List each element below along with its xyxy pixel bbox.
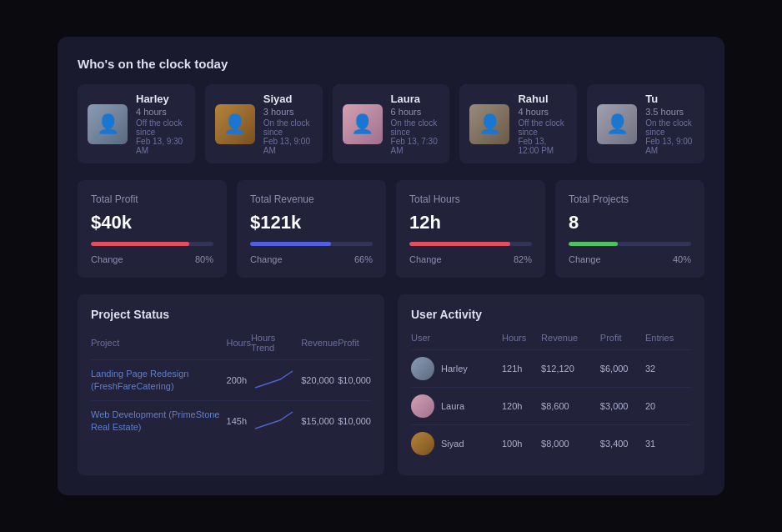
project-col-header: Profit <box>338 333 371 360</box>
table-row: Web Development (PrimeStone Real Estate)… <box>91 401 371 442</box>
ua-col-header: Profit <box>600 333 645 350</box>
clock-status: On the clock since <box>263 118 313 137</box>
stat-label: Total Projects <box>569 193 691 205</box>
clock-card: 👤 Tu 3.5 hours On the clock since Feb 13… <box>587 84 704 163</box>
avatar: 👤 <box>597 104 637 144</box>
avatar-icon: 👤 <box>343 104 383 144</box>
stat-change-row: Change 40% <box>569 254 691 264</box>
project-name-cell: Web Development (PrimeStone Real Estate) <box>91 401 227 442</box>
clock-name: Tu <box>645 93 694 105</box>
user-cell: Laura <box>411 394 502 418</box>
user-cell: Siyad <box>411 432 502 455</box>
stats-row: Total Profit $40k Change 80% Total Reven… <box>78 180 704 278</box>
stat-value: 8 <box>569 212 691 233</box>
stat-change-row: Change 80% <box>91 254 213 264</box>
clock-info: Harley 4 hours Off the clock since Feb 1… <box>136 93 185 155</box>
stat-change-pct: 80% <box>195 254 213 264</box>
user-activity-panel: User Activity UserHoursRevenueProfitEntr… <box>398 294 704 475</box>
project-trend-cell <box>251 401 301 442</box>
avatar: 👤 <box>88 104 128 144</box>
table-row: Laura 120h$8,600$3,00020 <box>411 388 691 425</box>
avatar-icon: 👤 <box>469 104 509 144</box>
avatar <box>411 432 434 455</box>
clock-section-title: Who's on the clock today <box>78 57 704 71</box>
clock-card: 👤 Laura 6 hours On the clock since Feb 1… <box>333 84 450 163</box>
stat-card: Total Projects 8 Change 40% <box>555 180 704 278</box>
stat-bar-fill <box>409 242 510 246</box>
avatar: 👤 <box>343 104 383 144</box>
bottom-row: Project Status ProjectHoursHours TrendRe… <box>78 294 704 475</box>
avatar-icon: 👤 <box>597 104 637 144</box>
stat-label: Total Profit <box>91 193 213 205</box>
stat-change-label: Change <box>91 254 123 264</box>
project-name[interactable]: Web Development (PrimeStone Real Estate) <box>91 409 219 432</box>
clock-hours: 4 hours <box>518 107 567 117</box>
clock-hours: 3.5 hours <box>645 107 694 117</box>
project-profit-cell: $10,000 <box>338 360 371 401</box>
ua-col-header: User <box>411 333 502 350</box>
project-col-header: Hours <box>227 333 251 360</box>
clock-date: Feb 13, 9:00 AM <box>263 137 313 155</box>
ua-hours-cell: 121h <box>502 350 541 388</box>
clock-status: On the clock since <box>391 118 440 137</box>
table-row: Landing Page Redesign (FreshFareCatering… <box>91 360 371 401</box>
clock-name: Rahul <box>518 93 567 105</box>
ua-user-name: Harley <box>441 364 468 374</box>
stat-bar-bg <box>409 242 532 246</box>
avatar-icon: 👤 <box>88 104 128 144</box>
stat-bar-bg <box>569 242 691 246</box>
stat-value: 12h <box>409 212 532 233</box>
stat-change-row: Change 82% <box>409 254 532 264</box>
project-status-panel: Project Status ProjectHoursHours TrendRe… <box>78 294 384 475</box>
project-col-header: Hours Trend <box>251 333 301 360</box>
clock-name: Harley <box>136 93 185 105</box>
project-hours-cell: 200h <box>227 360 251 401</box>
ua-entries-cell: 31 <box>645 425 691 463</box>
project-profit-cell: $10,000 <box>338 401 371 442</box>
stat-change-label: Change <box>250 254 283 264</box>
clock-name: Laura <box>391 93 440 105</box>
project-col-header: Revenue <box>301 333 338 360</box>
stat-value: $40k <box>91 212 213 233</box>
ua-profit-cell: $3,400 <box>600 425 645 463</box>
ua-user-cell: Laura <box>411 388 502 425</box>
stat-card: Total Profit $40k Change 80% <box>78 180 227 278</box>
stat-bar-bg <box>250 242 373 246</box>
clock-status: Off the clock since <box>518 118 567 137</box>
stat-bar-fill <box>250 242 331 246</box>
clock-hours: 6 hours <box>391 107 440 117</box>
clock-name: Siyad <box>263 93 313 105</box>
project-name-cell: Landing Page Redesign (FreshFareCatering… <box>91 360 227 401</box>
clock-info: Rahul 4 hours Off the clock since Feb 13… <box>518 93 567 155</box>
project-name[interactable]: Landing Page Redesign (FreshFareCatering… <box>91 369 188 391</box>
avatar <box>411 357 434 380</box>
clock-date: Feb 13, 7:30 AM <box>391 137 440 155</box>
avatar-icon: 👤 <box>215 104 255 144</box>
trend-sparkline <box>251 367 301 392</box>
project-revenue-cell: $20,000 <box>301 360 338 401</box>
trend-sparkline <box>251 408 301 433</box>
stat-value: $121k <box>250 212 373 233</box>
stat-bar-fill <box>569 242 618 246</box>
stat-card: Total Hours 12h Change 82% <box>396 180 545 278</box>
table-row: Siyad 100h$8,000$3,40031 <box>411 425 691 463</box>
ua-col-header: Revenue <box>541 333 600 350</box>
ua-user-cell: Siyad <box>411 425 502 463</box>
avatar <box>411 394 434 418</box>
user-activity-title: User Activity <box>411 308 691 321</box>
stat-card: Total Revenue $121k Change 66% <box>237 180 386 278</box>
clock-hours: 4 hours <box>136 107 185 117</box>
avatar: 👤 <box>469 104 509 144</box>
ua-col-header: Hours <box>502 333 541 350</box>
ua-profit-cell: $3,000 <box>600 388 645 425</box>
stat-change-label: Change <box>569 254 601 264</box>
ua-user-name: Siyad <box>441 439 464 449</box>
project-hours-cell: 145h <box>227 401 251 442</box>
clock-status: On the clock since <box>645 118 694 137</box>
clock-card: 👤 Rahul 4 hours Off the clock since Feb … <box>459 84 577 163</box>
dashboard: Who's on the clock today 👤 Harley 4 hour… <box>58 37 724 495</box>
clock-info: Laura 6 hours On the clock since Feb 13,… <box>391 93 440 155</box>
user-activity-table: UserHoursRevenueProfitEntries Harley 121… <box>411 333 691 462</box>
clock-date: Feb 13, 9:00 AM <box>645 137 694 155</box>
stat-change-label: Change <box>409 254 442 264</box>
